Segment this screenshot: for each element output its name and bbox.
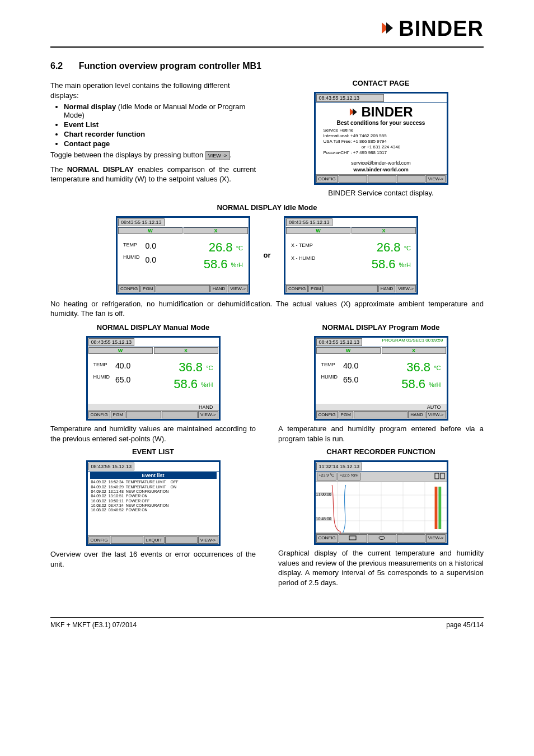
contact-service-lines: Service Hotline International: +49 7462 … bbox=[316, 128, 447, 158]
config-button[interactable]: CONFIG bbox=[286, 285, 308, 292]
or-separator: or bbox=[256, 251, 278, 259]
view-button[interactable]: VIEW-> bbox=[198, 536, 218, 544]
section-number: 6.2 bbox=[50, 61, 63, 71]
brand-logo: BINDER bbox=[381, 17, 484, 41]
idle-b-w-col: W bbox=[286, 227, 350, 234]
svg-marker-3 bbox=[353, 109, 358, 116]
config-button[interactable]: CONFIG bbox=[316, 534, 338, 543]
svg-rect-16 bbox=[349, 536, 356, 540]
hand-button[interactable]: HAND bbox=[210, 285, 228, 292]
idle-a-w-humid: 0.0 bbox=[146, 253, 156, 267]
view-button[interactable]: VIEW-> bbox=[198, 411, 218, 418]
chart-title: CHART RECORDER FUNCTION bbox=[278, 447, 484, 456]
svg-rect-4 bbox=[435, 473, 439, 479]
config-button[interactable]: CONFIG bbox=[88, 536, 110, 544]
manual-w-col: W bbox=[88, 347, 153, 354]
svg-rect-5 bbox=[441, 473, 444, 479]
contact-page-title: CONTACT PAGE bbox=[278, 79, 484, 87]
program-w-humid: 65.0 bbox=[343, 373, 358, 387]
idle-a-timestamp: 08:43:55 15.12.13 bbox=[118, 218, 165, 226]
footer-doc-id: MKF + MKFT (E3.1) 07/2014 bbox=[50, 621, 137, 629]
chart-area: 11:00:00 10:45:00 bbox=[316, 482, 447, 533]
idle-panel-b: 08:43:55 15.12.13 W X X - TEMP X - HUMID… bbox=[284, 216, 418, 295]
idle-a-humid-label: HUMID bbox=[123, 251, 140, 264]
event-row: 16.08.02 08:47:34 NEW CONFIGURATION bbox=[91, 503, 216, 508]
view-button-inline[interactable]: VIEW -> bbox=[205, 151, 230, 160]
idle-a-x-humid: 58.6 bbox=[204, 257, 228, 271]
marker-icon bbox=[434, 473, 446, 480]
program-x-temp: 36.8 bbox=[406, 360, 430, 374]
normal-idle-title: NORMAL DISPLAY Idle Mode bbox=[50, 203, 484, 212]
idle-panels-row: 08:43:55 15.12.13 W X TEMP HUMID 0.0 0.0… bbox=[50, 216, 484, 295]
chart-time-2: 10:45:00 bbox=[316, 517, 332, 521]
chart-timestamp: 11:32:14 15.12.13 bbox=[316, 463, 363, 470]
chart-zoom-icon[interactable] bbox=[339, 534, 367, 543]
pgm-button[interactable]: PGM bbox=[339, 411, 353, 418]
view-button[interactable]: VIEW-> bbox=[426, 175, 446, 183]
footer-page-number: page 45/114 bbox=[446, 621, 484, 629]
program-header-info: PROGRAM 01/SEC1 00:09:59 bbox=[363, 338, 446, 347]
program-auto-indicator: AUTO bbox=[316, 404, 447, 410]
program-column: NORMAL DISPLAY Program Mode 08:43:55 15.… bbox=[278, 323, 484, 445]
event-caption: Overview over the last 16 events or erro… bbox=[50, 549, 256, 569]
section-title: Function overview program controller MB1 bbox=[79, 61, 261, 71]
idle-b-x-humid: 58.6 bbox=[372, 257, 396, 271]
svg-rect-14 bbox=[438, 487, 441, 529]
idle-b-timestamp: 08:43:55 15.12.13 bbox=[286, 218, 332, 226]
config-button[interactable]: CONFIG bbox=[88, 411, 110, 418]
event-timestamp: 08:43:55 15.12.13 bbox=[88, 463, 135, 470]
program-x-humid: 58.6 bbox=[401, 377, 425, 391]
config-button[interactable]: CONFIG bbox=[316, 175, 338, 183]
svg-rect-15 bbox=[434, 487, 437, 529]
contact-caption: BINDER Service contact display. bbox=[278, 188, 484, 198]
section-heading: 6.2 Function overview program controller… bbox=[50, 61, 484, 71]
manual-caption: Temperature and humidity values are main… bbox=[50, 424, 256, 444]
idle-a-w-col: W bbox=[118, 227, 182, 234]
manual-humid-label: HUMID bbox=[93, 371, 110, 384]
event-row: 04.09.02 16:52:34 TEMPERATURE LIMIT OFF bbox=[91, 480, 216, 484]
hand-button[interactable]: HAND bbox=[408, 411, 425, 418]
manual-w-humid: 65.0 bbox=[115, 373, 130, 387]
normal-display-description: The NORMAL DISPLAY enables comparison of… bbox=[50, 165, 256, 184]
manual-x-humid: 58.6 bbox=[174, 377, 198, 391]
bullet-normal-display: Normal display (Idle Mode or Manual Mode… bbox=[64, 102, 256, 119]
program-x-col: X bbox=[382, 347, 446, 354]
hand-button[interactable]: HAND bbox=[378, 285, 396, 292]
svg-marker-1 bbox=[386, 22, 393, 34]
header-separator bbox=[50, 46, 484, 48]
manual-x-temp: 36.8 bbox=[179, 360, 203, 374]
chart-humid-reading: +22.6 %rH bbox=[338, 473, 360, 480]
event-row: 04.09.02 13:11:48 NEW CONFIGURATION bbox=[91, 489, 216, 494]
event-row: 04.09.02 16:48:29 TEMPERATURE LIMIT ON bbox=[91, 485, 216, 489]
brand-arrow-icon bbox=[381, 17, 395, 41]
contact-slogan: Best conditions for your success bbox=[316, 120, 447, 126]
view-button[interactable]: VIEW-> bbox=[396, 285, 416, 292]
lkquit-button[interactable]: LKQUIT bbox=[144, 536, 165, 544]
idle-a-x-temp: 26.8 bbox=[209, 240, 233, 254]
pgm-button[interactable]: PGM bbox=[308, 285, 323, 292]
view-button[interactable]: VIEW-> bbox=[426, 534, 446, 543]
brand-text: BINDER bbox=[399, 17, 484, 41]
page-footer: MKF + MKFT (E3.1) 07/2014 page 45/114 bbox=[50, 617, 484, 629]
event-rows: 04.09.02 16:52:34 TEMPERATURE LIMIT OFF … bbox=[88, 479, 219, 535]
pgm-button[interactable]: PGM bbox=[111, 411, 125, 418]
idle-b-xtemp-label: X - TEMP bbox=[291, 239, 316, 252]
bullet-contact-page: Contact page bbox=[64, 139, 256, 148]
manual-timestamp: 08:43:55 15.12.13 bbox=[88, 338, 135, 346]
program-temp-label: TEMP bbox=[321, 359, 338, 371]
config-button[interactable]: CONFIG bbox=[118, 285, 140, 292]
chart-time-1: 11:00:00 bbox=[316, 492, 332, 496]
idle-panel-a: 08:43:55 15.12.13 W X TEMP HUMID 0.0 0.0… bbox=[116, 216, 250, 295]
manual-panel: 08:43:55 15.12.13 W X TEMP HUMID 40.0 65… bbox=[86, 336, 221, 421]
view-button[interactable]: VIEW-> bbox=[426, 411, 446, 418]
toggle-instruction: Toggle between the displays by pressing … bbox=[50, 150, 256, 160]
config-button[interactable]: CONFIG bbox=[316, 411, 338, 418]
program-w-col: W bbox=[316, 347, 381, 354]
view-button[interactable]: VIEW-> bbox=[228, 285, 248, 292]
chart-scroll-icon[interactable] bbox=[368, 534, 396, 543]
pgm-button[interactable]: PGM bbox=[140, 285, 155, 292]
intro-column: The main operation level contains the fo… bbox=[50, 79, 256, 200]
feature-list: Normal display (Idle Mode or Manual Mode… bbox=[64, 102, 256, 148]
bullet-chart-recorder: Chart recorder function bbox=[64, 130, 256, 138]
program-humid-label: HUMID bbox=[321, 371, 338, 384]
